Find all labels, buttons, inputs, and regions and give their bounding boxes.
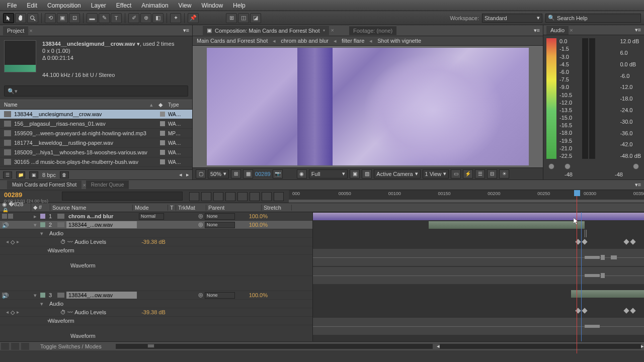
roto-tool[interactable]: ✦ (170, 13, 181, 23)
toggle-switches-modes[interactable]: Toggle Switches / Modes (30, 342, 112, 350)
keyframe-icon[interactable] (630, 308, 635, 313)
camera-tool[interactable]: ▣ (57, 13, 68, 23)
menu-layer[interactable]: Layer (86, 0, 111, 11)
exposure-button[interactable]: ☀ (499, 169, 509, 178)
bpc-toggle[interactable]: 8 bpc (42, 172, 56, 178)
comp-mini-flowchart[interactable] (189, 192, 199, 201)
close-icon[interactable]: × (570, 27, 573, 33)
breadcrumb-item[interactable]: chrom abb and blur (281, 38, 329, 44)
auto-keyframe-button[interactable] (262, 192, 272, 201)
panel-menu-icon[interactable]: ▾≡ (534, 27, 543, 34)
level-knob[interactable] (633, 163, 639, 169)
toggle-in-out-button[interactable] (21, 343, 29, 350)
menu-composition[interactable]: Composition (42, 0, 86, 11)
menu-help[interactable]: Help (228, 0, 251, 11)
channel-button[interactable]: ◉ (297, 169, 307, 178)
interpret-footage-button[interactable]: ☰ (3, 171, 12, 178)
twirl-icon[interactable]: ▾ (40, 247, 47, 254)
layer-bar[interactable] (571, 290, 644, 298)
project-tab[interactable]: Project (3, 26, 28, 35)
eraser-tool[interactable]: ◧ (152, 13, 164, 23)
timeline-tracks[interactable] (313, 212, 644, 341)
zoom-slider[interactable] (116, 344, 433, 349)
motion-blur-button[interactable] (237, 192, 248, 201)
layer-row[interactable]: ▸ 1 chrom a...nd blur Normal ◎ None 100.… (0, 212, 312, 221)
audio-toggle[interactable]: 🔊 (2, 293, 7, 298)
layer-row[interactable]: 🔊 ▾ 2 138344_...ow.wav ◎ None 100.0% (0, 221, 312, 229)
keyframe-toggle[interactable]: ◇ (11, 239, 15, 245)
menu-edit[interactable]: Edit (22, 0, 42, 11)
layer-bar[interactable] (313, 213, 644, 220)
audio-group-row[interactable]: ▾Audio (0, 229, 312, 238)
project-item[interactable]: 156__plagasul__risas-nenas_01.wavWA… (0, 119, 192, 129)
layer-row[interactable]: 🔊 ▾ 3 138344_...ow.wav ◎ None 100.0% (0, 291, 312, 300)
twirl-icon[interactable]: ▾ (30, 222, 40, 228)
snap-opt-1[interactable]: ◫ (238, 13, 249, 23)
col-header-type[interactable]: Type (168, 102, 188, 108)
waveform-group-row[interactable]: ▾Waveform (0, 246, 312, 255)
scroll-right[interactable]: ▸ (641, 343, 644, 349)
keyframe-icon[interactable] (582, 239, 588, 244)
audio-toggle[interactable]: 🔊 (2, 222, 7, 227)
rectangle-tool[interactable]: ▬ (87, 13, 98, 23)
breadcrumb-item[interactable]: filter flare (342, 38, 364, 44)
always-preview-button[interactable]: ▢ (196, 169, 206, 178)
close-icon[interactable]: × (29, 28, 32, 34)
label-icon[interactable]: ◆ (158, 102, 163, 108)
keyframe-icon[interactable] (582, 308, 588, 313)
audio-levels-row[interactable]: ◂◇▸ ⏱ 〰 Audio Levels-39.38 dB (0, 308, 312, 317)
panel-menu-icon[interactable]: ▾≡ (635, 182, 644, 188)
snap-toggle[interactable]: ⊞ (226, 13, 237, 23)
snapshot-button[interactable]: 📷 (273, 169, 283, 178)
brainstorm-button[interactable] (250, 192, 260, 201)
menu-view[interactable]: View (174, 0, 197, 11)
video-toggle[interactable] (2, 214, 7, 219)
playhead-handle-icon[interactable] (574, 190, 580, 196)
selection-tool[interactable] (3, 13, 14, 23)
current-frame[interactable]: 00289 (4, 191, 56, 199)
prev-keyframe[interactable]: ◂ (6, 309, 9, 316)
resolution-dropdown[interactable]: Full▾ (309, 169, 348, 178)
stretch-value[interactable]: 100.0% (247, 222, 272, 228)
time-ruler[interactable]: 000 00050 00100 00150 00200 00250 00300 … (289, 190, 644, 203)
project-item[interactable]: 185009_...hiya1__whooshes-18-wooshes-var… (0, 148, 192, 157)
next-keyframe[interactable]: ▸ (17, 309, 19, 316)
breadcrumb-item[interactable]: Main Cards and Forrest Shot (197, 38, 268, 44)
delete-button[interactable]: 🗑 (60, 171, 69, 178)
menu-effect[interactable]: Effect (111, 0, 136, 11)
keyframe-toggle[interactable]: ◇ (11, 309, 15, 316)
view-dropdown[interactable]: 1 View▾ (423, 169, 449, 178)
audio-group-row[interactable]: ▾Audio (0, 300, 312, 308)
blend-mode-dropdown[interactable]: Normal (139, 213, 164, 220)
col-source-name[interactable]: Source Name (50, 205, 133, 211)
new-comp-button[interactable]: ▣ (29, 171, 38, 178)
twirl-icon[interactable]: ▸ (30, 213, 40, 220)
audio-level-value[interactable]: -39.38 dB (106, 309, 166, 315)
audio-tab[interactable]: Audio (546, 25, 569, 35)
menu-file[interactable]: File (2, 0, 22, 11)
menu-animation[interactable]: Animation (136, 0, 173, 11)
mask-button[interactable]: ▦ (243, 169, 253, 178)
workspace-dropdown[interactable]: Standard▾ (482, 14, 542, 23)
horizontal-scrollbar[interactable] (440, 344, 641, 349)
stretch-value[interactable]: 100.0% (247, 292, 272, 298)
hand-tool[interactable] (15, 13, 26, 23)
current-time[interactable]: 00289 (255, 171, 271, 177)
type-tool[interactable]: T (111, 13, 122, 23)
new-folder-button[interactable]: 📁 (16, 171, 25, 178)
composition-viewer[interactable] (193, 46, 543, 167)
timeline-search[interactable] (62, 192, 183, 201)
twirl-icon[interactable]: ▾ (40, 230, 47, 237)
roi-button[interactable]: ▣ (350, 169, 360, 178)
panel-menu-icon[interactable]: ▾≡ (635, 27, 641, 33)
hide-shy-button[interactable] (213, 192, 223, 201)
level-knob[interactable] (548, 163, 554, 169)
pan-behind-tool[interactable]: ⊡ (69, 13, 80, 23)
panel-menu-icon[interactable]: ▾≡ (183, 27, 189, 34)
search-help-input[interactable]: 🔍Search Help (545, 14, 641, 23)
toggle-switches-button[interactable] (1, 343, 9, 350)
layer-bar[interactable] (429, 221, 584, 229)
audio-levels-row[interactable]: ◂◇▸ ⏱ 〰 Audio Levels-39.38 dB (0, 238, 312, 246)
rotation-tool[interactable]: ⟲ (45, 13, 56, 23)
zoom-dropdown[interactable]: 50%▾ (208, 169, 229, 178)
